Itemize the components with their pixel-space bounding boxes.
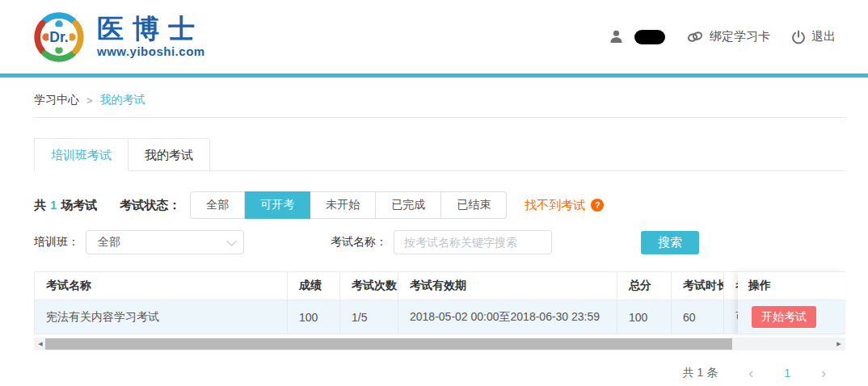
power-icon (791, 30, 806, 44)
class-filter-label: 培训班： (34, 235, 79, 250)
logo[interactable]: Dr. 医博士 www.yiboshi.com (32, 10, 205, 64)
cell-valid-period: 2018-05-02 00:00至2018-06-30 23:59 (398, 300, 617, 334)
logout-button[interactable]: 退出 (791, 29, 836, 44)
class-select-value: 全部 (98, 235, 226, 250)
pagination-page-1[interactable]: 1 (784, 367, 790, 380)
col-attempts: 考试次数 (340, 272, 398, 300)
pagination: 共 1 条 ‹ 1 › (34, 366, 845, 380)
bind-card-label: 绑定学习卡 (710, 29, 770, 44)
status-filter-label: 考试状态： (120, 198, 180, 213)
exam-name-input[interactable] (394, 230, 552, 254)
start-exam-button[interactable]: 开始考试 (752, 306, 816, 328)
header-nav: 绑定学习卡 退出 (609, 29, 836, 44)
tab-bar: 培训班考试 我的考试 (34, 138, 845, 171)
pagination-total: 共 1 条 (683, 366, 718, 380)
top-header: Dr. 医博士 www.yiboshi.com (0, 0, 868, 73)
link-icon (686, 30, 704, 44)
horizontal-scrollbar[interactable]: ◀ ▶ (34, 338, 845, 350)
table-header-row: 考试名称 成绩 考试次数 考试有效期 总分 考试时长 考试状态 操作 (35, 271, 845, 300)
exam-count-text: 共1场考试 (34, 198, 97, 213)
col-score: 成绩 (288, 272, 340, 300)
cell-total-score: 100 (617, 300, 672, 334)
status-completed-button[interactable]: 已完成 (376, 191, 441, 219)
status-all-button[interactable]: 全部 (190, 191, 245, 219)
tab-my-exams[interactable]: 我的考试 (129, 138, 210, 171)
fixed-col-action-header: 操作 (738, 271, 845, 300)
logout-label: 退出 (811, 29, 836, 44)
cell-duration: 60 (672, 300, 724, 334)
user-account[interactable] (609, 29, 665, 44)
scroll-right-icon[interactable]: ▶ (832, 338, 845, 350)
col-total-score: 总分 (617, 272, 672, 300)
user-icon (609, 29, 624, 44)
divider (34, 117, 845, 118)
page: Dr. 医博士 www.yiboshi.com (0, 0, 868, 386)
tab-training-class-exams[interactable]: 培训班考试 (34, 138, 129, 171)
status-button-group: 全部 可开考 未开始 已完成 已结束 (190, 191, 507, 219)
col-duration: 考试时长 (672, 272, 724, 300)
table-row: 宪法有关内容学习考试 100 1/5 2018-05-02 00:00至2018… (35, 300, 845, 334)
breadcrumb-home[interactable]: 学习中心 (34, 93, 79, 107)
status-filter-row: 共1场考试 考试状态： 全部 可开考 未开始 已完成 已结束 找不到考试 ? (34, 191, 845, 219)
help-icon[interactable]: ? (591, 199, 604, 212)
exam-name-label: 考试名称： (331, 235, 387, 250)
col-exam-name: 考试名称 (35, 272, 288, 300)
exam-table: 考试名称 成绩 考试次数 考试有效期 总分 考试时长 考试状态 操作 宪法有关内… (34, 271, 845, 350)
fixed-col-action-cell: 开始考试 (738, 300, 845, 334)
scrollbar-thumb[interactable] (45, 338, 732, 350)
cell-score: 100 (288, 300, 340, 334)
search-button[interactable]: 搜索 (641, 231, 699, 254)
chevron-down-icon (226, 236, 237, 246)
fixed-action-column: 操作 开始考试 (738, 271, 845, 334)
pagination-prev-icon[interactable]: ‹ (748, 367, 753, 379)
status-not-started-button[interactable]: 未开始 (310, 191, 376, 219)
table-scroll-area: 考试名称 成绩 考试次数 考试有效期 总分 考试时长 考试状态 操作 宪法有关内… (34, 271, 845, 334)
cannot-find-exam-link[interactable]: 找不到考试 (525, 198, 585, 213)
cell-exam-name: 宪法有关内容学习考试 (35, 300, 288, 334)
username-redacted (634, 30, 665, 44)
dr-logo-icon: Dr. (32, 10, 86, 64)
cell-attempts: 1/5 (340, 300, 398, 334)
svg-text:Dr.: Dr. (49, 29, 68, 45)
logo-text: 医博士 www.yiboshi.com (97, 15, 205, 58)
breadcrumb-separator: > (86, 94, 93, 107)
brand-name: 医博士 (97, 15, 205, 43)
breadcrumb: 学习中心 > 我的考试 (34, 78, 845, 107)
search-filter-row: 培训班： 全部 考试名称： 搜索 (34, 230, 845, 254)
brand-website: www.yiboshi.com (97, 44, 205, 58)
col-valid-period: 考试有效期 (398, 272, 617, 300)
pagination-next-icon[interactable]: › (821, 367, 826, 379)
status-open-button[interactable]: 可开考 (245, 191, 310, 219)
bind-card-link[interactable]: 绑定学习卡 (686, 29, 770, 44)
class-select[interactable]: 全部 (86, 230, 244, 254)
breadcrumb-current[interactable]: 我的考试 (100, 93, 145, 107)
exam-count: 1 (46, 198, 61, 212)
status-ended-button[interactable]: 已结束 (441, 191, 507, 219)
